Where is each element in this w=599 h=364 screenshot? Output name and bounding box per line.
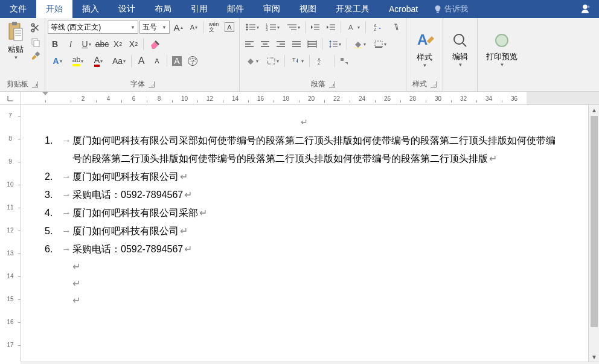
ruler-tick: 16 [248, 92, 273, 104]
shrink-font2-button[interactable]: A [150, 54, 164, 68]
ruler-tick: 24 [349, 92, 374, 104]
document-page[interactable]: ↵ 1.→厦门如何吧科技有限公司采部如何使带编号的段落第二行顶头排版如何使带编号… [21, 105, 588, 362]
format-painter-button[interactable] [30, 51, 41, 62]
tab-mailings[interactable]: 邮件 [217, 0, 254, 18]
list-number: 3. [45, 186, 62, 204]
styles-dialog-launcher[interactable] [431, 81, 437, 88]
paragraph-mark: ↵ [489, 153, 497, 164]
scroll-down-arrow[interactable]: ▼ [589, 352, 599, 362]
sort-button[interactable]: AZ [368, 20, 388, 34]
horizontal-scrollbar[interactable] [21, 362, 599, 364]
tab-file[interactable]: 文件 [0, 0, 36, 18]
increase-indent-button[interactable] [324, 20, 338, 34]
ruler-tick: 10 [171, 92, 197, 104]
tab-review[interactable]: 审阅 [254, 0, 290, 18]
vertical-ruler[interactable]: 7891011121314151617 [0, 105, 21, 362]
list-item[interactable]: 1.→厦门如何吧科技有限公司采部如何使带编号的段落第二行顶头排版如何使带编号的段… [45, 132, 564, 168]
group-paragraph: ▾ 123▾ ▾ A▾ AZ ▾ ▾ [240, 18, 406, 91]
vruler-tick: 13 [5, 250, 16, 257]
ruler-tick: 4 [95, 92, 121, 104]
borders-button[interactable]: ▾ [370, 37, 389, 51]
tab-selector[interactable] [0, 92, 21, 104]
text-effects-button[interactable]: A▾ [48, 54, 67, 68]
italic-button[interactable]: I [63, 37, 78, 51]
pilcrow-icon [392, 23, 400, 31]
phonetic-guide-button[interactable]: wén文 [207, 20, 221, 34]
print-preview-button[interactable]: 打印预览 ▼ [480, 20, 524, 80]
tab-layout[interactable]: 布局 [145, 0, 181, 18]
asian-layout-button[interactable]: A▾ [344, 20, 363, 34]
shading-button[interactable]: ▾ [350, 37, 369, 51]
font-name-select[interactable]: 等线 (西文正文)▼ [48, 21, 138, 34]
ruler-tick: 30 [425, 92, 450, 104]
cut-button[interactable] [30, 22, 41, 33]
tab-references[interactable]: 引用 [181, 0, 217, 18]
align-right-button[interactable] [274, 37, 288, 51]
char-border-button[interactable]: A [222, 20, 237, 34]
tab-home[interactable]: 开始 [36, 0, 72, 18]
align-justify-button[interactable] [289, 37, 304, 51]
clear-formatting-button[interactable] [146, 37, 165, 51]
decrease-indent-button[interactable] [308, 20, 322, 34]
copy-button[interactable] [30, 37, 41, 48]
tell-me-search[interactable]: 告诉我 [434, 0, 468, 18]
align-distribute-button[interactable] [305, 37, 319, 51]
styles-group-label: 样式 [412, 79, 427, 89]
vruler-tick: 17 [5, 342, 16, 348]
superscript-button[interactable]: X2 [126, 37, 141, 51]
account-button[interactable]: + [571, 0, 599, 18]
styles-button[interactable]: A 样式 ▼ [409, 20, 440, 78]
align-center-button[interactable] [258, 37, 272, 51]
subscript-button[interactable]: X2 [111, 37, 125, 51]
list-item[interactable]: 4.→厦门如何吧科技有限公司采部↵ [45, 204, 564, 222]
font-size-select[interactable]: 五号▼ [139, 21, 170, 34]
vertical-scrollbar[interactable]: ▲ ▼ [588, 105, 599, 362]
shrink-font-button[interactable]: A▾ [187, 20, 201, 34]
tab-developer[interactable]: 开发工具 [326, 0, 379, 18]
scroll-up-arrow[interactable]: ▲ [589, 105, 599, 115]
bold-button[interactable]: B [48, 37, 62, 51]
font-color-button[interactable]: A▾ [89, 54, 108, 68]
sort2-button[interactable]: AZ [312, 54, 332, 68]
grow-font-button[interactable]: A▴ [171, 20, 185, 34]
paragraph-dialog-launcher[interactable] [329, 81, 335, 88]
list-item[interactable]: 6.→采购电话：0592-7894567↵ [45, 240, 564, 258]
font-dialog-launcher[interactable] [149, 81, 155, 88]
enclose-char-button[interactable]: 字 [185, 54, 200, 68]
underline-button[interactable]: U▾ [79, 37, 94, 51]
asian-icon: A [347, 23, 357, 31]
tab-acrobat[interactable]: Acrobat [379, 0, 428, 18]
change-case-button[interactable]: Aa▾ [109, 54, 129, 68]
highlight-button[interactable]: ab▾ [68, 54, 88, 68]
ruler-tick: 22 [324, 92, 349, 104]
show-marks-button[interactable] [389, 20, 403, 34]
list-item[interactable]: 2.→厦门如何吧科技有限公司↵ [45, 168, 564, 186]
grow-font2-button[interactable]: A [134, 54, 149, 68]
tab-view[interactable]: 视图 [290, 0, 326, 18]
snap-button[interactable] [337, 54, 351, 68]
editing-button[interactable]: 编辑 ▼ [446, 20, 475, 80]
clipboard-group-label: 剪贴板 [7, 79, 28, 89]
ribbon: 粘贴 ▼ 剪贴板 等线 (西文正文)▼ 五号▼ A▴ A▾ wén文 A [0, 18, 599, 92]
line-spacing-button[interactable]: ▾ [325, 37, 344, 51]
tab-design[interactable]: 设计 [109, 0, 145, 18]
vertical-scrollbar-thumb[interactable] [591, 116, 598, 327]
horizontal-ruler[interactable]: 2468101214161820222426283032343638404244 [21, 92, 599, 104]
shading2-button[interactable]: ▾ [242, 54, 261, 68]
char-shading-button[interactable]: A [170, 54, 184, 68]
border2-button[interactable]: ▾ [263, 54, 282, 68]
bullets-button[interactable]: ▾ [242, 20, 261, 34]
list-item-text: 采购电话：0592-7894567↵ [72, 240, 564, 258]
numbering-button[interactable]: 123▾ [263, 20, 282, 34]
vruler-tick: 11 [5, 204, 16, 211]
text-direction-button[interactable]: T▾ [287, 54, 307, 68]
clipboard-dialog-launcher[interactable] [32, 81, 38, 88]
user-icon: + [580, 4, 591, 14]
paste-button[interactable]: 粘贴 ▼ [4, 21, 28, 60]
multilevel-button[interactable]: ▾ [283, 20, 303, 34]
strikethrough-button[interactable]: abc [95, 37, 109, 51]
list-item[interactable]: 3.→采购电话：0592-7894567↵ [45, 186, 564, 204]
tab-insert[interactable]: 插入 [72, 0, 109, 18]
align-left-button[interactable] [242, 37, 257, 51]
list-item[interactable]: 5.→厦门如何吧科技有限公司↵ [45, 222, 564, 240]
